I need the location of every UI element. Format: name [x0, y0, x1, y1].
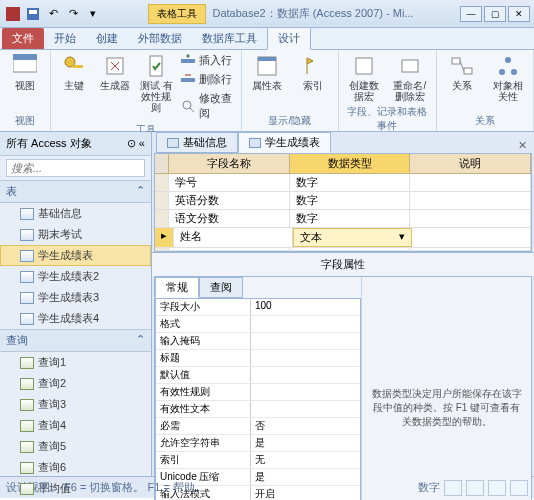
property-row[interactable]: 必需否: [156, 418, 360, 435]
prop-tab-general[interactable]: 常规: [155, 277, 199, 298]
rename-macro-button[interactable]: 重命名/ 删除宏: [389, 52, 431, 104]
field-name-cell[interactable]: 语文分数: [169, 210, 290, 227]
modify-lookup-button[interactable]: 修改查阅: [179, 90, 237, 122]
minimize-button[interactable]: —: [460, 6, 482, 22]
description-cell[interactable]: [410, 174, 531, 191]
property-row[interactable]: 格式: [156, 316, 360, 333]
undo-icon[interactable]: ↶: [44, 5, 62, 23]
prop-value[interactable]: [251, 316, 360, 332]
nav-query-item[interactable]: 查询2: [0, 373, 151, 394]
nav-query-item[interactable]: 查询6: [0, 457, 151, 478]
property-row[interactable]: 有效性文本: [156, 401, 360, 418]
test-validation-button[interactable]: 测试 有效性规则: [138, 52, 175, 115]
nav-table-item[interactable]: 基础信息: [0, 203, 151, 224]
prop-value[interactable]: 无: [251, 452, 360, 468]
tab-design[interactable]: 设计: [267, 27, 311, 50]
prop-value[interactable]: 开启: [251, 486, 360, 500]
field-name-cell[interactable]: 姓名: [174, 228, 293, 247]
nav-table-item[interactable]: 期末考试: [0, 224, 151, 245]
nav-query-item[interactable]: 查询4: [0, 415, 151, 436]
tab-external[interactable]: 外部数据: [128, 28, 192, 49]
qat-more-icon[interactable]: ▾: [84, 5, 102, 23]
grid-row[interactable]: ▸姓名文本▾: [155, 228, 531, 248]
data-type-cell[interactable]: 数字: [290, 210, 411, 227]
data-type-cell[interactable]: 文本▾: [293, 228, 413, 247]
data-type-cell[interactable]: 数字: [290, 174, 411, 191]
col-fieldname[interactable]: 字段名称: [169, 154, 290, 174]
save-icon[interactable]: [24, 5, 42, 23]
tab-dbtools[interactable]: 数据库工具: [192, 28, 267, 49]
property-row[interactable]: 输入掩码: [156, 333, 360, 350]
row-selector[interactable]: [155, 174, 169, 191]
insert-row-button[interactable]: 插入行: [179, 52, 237, 69]
prop-value[interactable]: 是: [251, 469, 360, 485]
redo-icon[interactable]: ↷: [64, 5, 82, 23]
create-macro-button[interactable]: 创建数据宏: [343, 52, 385, 104]
nav-table-item[interactable]: 学生成绩表: [0, 245, 151, 266]
row-selector[interactable]: [155, 210, 169, 227]
close-tab-button[interactable]: ✕: [514, 137, 530, 153]
nav-group-queries[interactable]: 查询⌃: [0, 329, 151, 352]
property-row[interactable]: 字段大小100: [156, 299, 360, 316]
field-name-cell[interactable]: 英语分数: [169, 192, 290, 209]
prop-value[interactable]: [251, 350, 360, 366]
delete-row-button[interactable]: 删除行: [179, 71, 237, 88]
row-selector[interactable]: [155, 192, 169, 209]
view-btn-2[interactable]: [466, 480, 484, 496]
tab-home[interactable]: 开始: [44, 28, 86, 49]
object-deps-button[interactable]: 对象相关性: [487, 52, 529, 104]
property-row[interactable]: 标题: [156, 350, 360, 367]
view-btn-1[interactable]: [444, 480, 462, 496]
col-datatype[interactable]: 数据类型: [290, 154, 411, 174]
relationships-button[interactable]: 关系: [441, 52, 483, 93]
property-row[interactable]: 允许空字符串是: [156, 435, 360, 452]
field-name-cell[interactable]: 学号: [169, 174, 290, 191]
view-btn-4[interactable]: [510, 480, 528, 496]
row-selector[interactable]: ▸: [155, 228, 174, 247]
nav-group-tables[interactable]: 表⌃: [0, 180, 151, 203]
prop-value[interactable]: [251, 384, 360, 400]
svg-rect-4: [13, 54, 37, 60]
search-input[interactable]: [6, 159, 145, 177]
prop-value[interactable]: 否: [251, 418, 360, 434]
nav-table-item[interactable]: 学生成绩表3: [0, 287, 151, 308]
nav-table-item[interactable]: 学生成绩表4: [0, 308, 151, 329]
view-btn-3[interactable]: [488, 480, 506, 496]
primary-key-button[interactable]: 主键: [55, 52, 92, 93]
nav-query-item[interactable]: 查询3: [0, 394, 151, 415]
doc-tab-1[interactable]: 基础信息: [156, 132, 238, 153]
grid-row[interactable]: 英语分数数字: [155, 192, 531, 210]
nav-header[interactable]: 所有 Access 对象 ⊙ «: [0, 132, 151, 156]
doc-tab-2[interactable]: 学生成绩表: [238, 132, 331, 153]
prop-value[interactable]: [251, 401, 360, 417]
prop-value[interactable]: 是: [251, 435, 360, 451]
property-row[interactable]: 索引无: [156, 452, 360, 469]
property-sheet-button[interactable]: 属性表: [246, 52, 288, 93]
grid-row[interactable]: 学号数字: [155, 174, 531, 192]
nav-table-item[interactable]: 学生成绩表2: [0, 266, 151, 287]
prop-tab-lookup[interactable]: 查阅: [199, 277, 243, 298]
collapse-icon: ⌃: [136, 333, 145, 348]
nav-query-item[interactable]: 查询5: [0, 436, 151, 457]
maximize-button[interactable]: ▢: [484, 6, 506, 22]
prop-value[interactable]: [251, 333, 360, 349]
tab-file[interactable]: 文件: [2, 28, 44, 49]
description-cell[interactable]: [410, 210, 531, 227]
builder-button[interactable]: 生成器: [96, 52, 133, 93]
close-button[interactable]: ✕: [508, 6, 530, 22]
property-row[interactable]: 有效性规则: [156, 384, 360, 401]
description-cell[interactable]: [410, 192, 531, 209]
col-description[interactable]: 说明: [410, 154, 531, 174]
indexes-button[interactable]: 索引: [292, 52, 334, 93]
data-type-cell[interactable]: 数字: [290, 192, 411, 209]
grid-row[interactable]: 语文分数数字: [155, 210, 531, 228]
view-button[interactable]: 视图: [4, 52, 46, 93]
prop-value[interactable]: [251, 367, 360, 383]
prop-value[interactable]: 100: [251, 299, 360, 315]
nav-query-item[interactable]: 查询1: [0, 352, 151, 373]
tab-create[interactable]: 创建: [86, 28, 128, 49]
nav-dropdown-icon[interactable]: ⊙ «: [127, 137, 145, 150]
description-cell[interactable]: [412, 228, 531, 247]
dropdown-icon[interactable]: ▾: [399, 230, 405, 245]
property-row[interactable]: 默认值: [156, 367, 360, 384]
